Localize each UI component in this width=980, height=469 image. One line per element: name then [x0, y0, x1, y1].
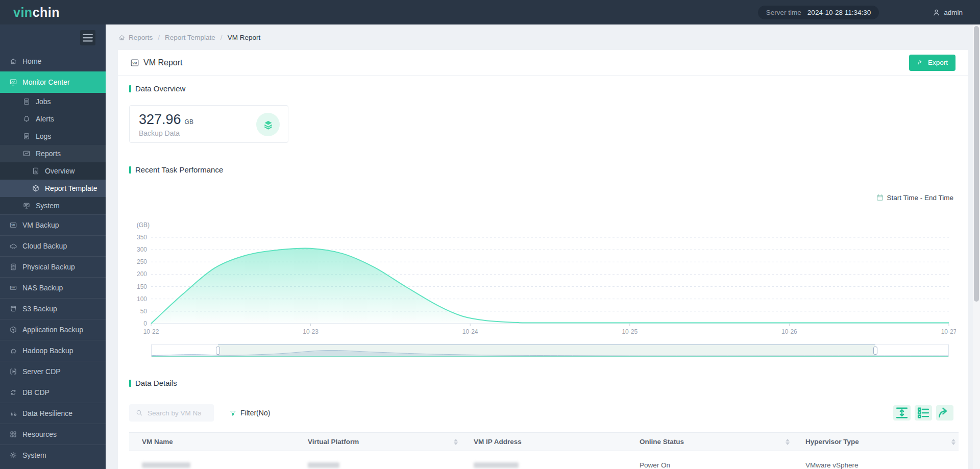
data-zoom-handle-left[interactable]	[216, 347, 220, 355]
system-icon	[9, 451, 17, 459]
logo-part-1: vin	[13, 5, 33, 19]
table-export-button[interactable]	[936, 405, 953, 421]
topbar: vinchin Server time 2024-10-28 11:34:30 …	[0, 0, 980, 24]
date-range-picker[interactable]: Start Time - End Time	[876, 193, 953, 202]
sidebar-item-s3-backup[interactable]: S3 Backup	[0, 298, 106, 319]
svg-text:VM: VM	[133, 61, 137, 64]
sidebar-item-hadoop-backup[interactable]: Hadoop Backup	[0, 340, 106, 361]
svg-text:10-24: 10-24	[462, 328, 478, 335]
sidebar-item-label: Cloud Backup	[22, 242, 67, 250]
server-time-value: 2024-10-28 11:34:30	[807, 9, 871, 16]
sidebar-item-physical-backup[interactable]: Physical Backup	[0, 256, 106, 277]
section-title-text: Recent Task Performance	[135, 165, 223, 174]
backup-data-value: 327.96	[139, 112, 181, 128]
export-button[interactable]: Export	[909, 55, 955, 71]
sidebar-collapse-row	[0, 24, 106, 51]
svg-text:100: 100	[137, 295, 147, 303]
sidebar-item-label: System	[36, 202, 60, 210]
sidebar-item-label: Monitor Center	[22, 78, 70, 86]
sidebar-item-application-backup[interactable]: Application Backup	[0, 319, 106, 340]
sidebar-item-jobs[interactable]: Jobs	[0, 93, 106, 110]
home-icon	[118, 34, 126, 41]
sidebar-item-monitor-center[interactable]: Monitor Center	[0, 71, 106, 93]
sort-caret-icon[interactable]	[951, 439, 955, 445]
sidebar-item-label: NAS Backup	[22, 284, 63, 292]
svg-text:(GB): (GB)	[137, 221, 150, 229]
table-header-hypervisor-type[interactable]: Hypervisor Type	[793, 433, 959, 451]
column-label: VM Name	[142, 438, 173, 446]
backup-data-area-chart: 050100150200250300350(GB)10-2210-2310-24…	[129, 219, 956, 338]
cell-vm-ip-address	[461, 451, 627, 469]
page-scrollbar	[973, 24, 980, 469]
jobs-icon	[22, 97, 31, 106]
column-settings-button[interactable]	[915, 405, 932, 421]
column-label: Virtual Platform	[308, 438, 359, 446]
table-row: Power OnVMware vSphere	[129, 451, 959, 469]
sidebar-item-server-cdp[interactable]: Server CDP	[0, 361, 106, 382]
svg-text:10-26: 10-26	[781, 328, 797, 335]
sidebar-item-label: Hadoop Backup	[22, 347, 74, 355]
sidebar-item-label: VM Backup	[22, 221, 59, 229]
chart-data-zoom-slider[interactable]	[151, 344, 949, 357]
sidebar-item-reports[interactable]: Reports	[0, 145, 106, 162]
user-menu[interactable]: admin	[932, 8, 966, 17]
sidebar-item-alerts[interactable]: Alerts	[0, 110, 106, 128]
panel-header: VM VM Report Export	[118, 50, 968, 76]
svg-text:300: 300	[137, 246, 147, 253]
search-box[interactable]	[129, 404, 214, 422]
server-time-pill: Server time 2024-10-28 11:34:30	[758, 6, 879, 19]
row-height-button[interactable]	[893, 405, 911, 421]
svg-text:50: 50	[140, 308, 148, 315]
scrollbar-thumb[interactable]	[974, 26, 979, 302]
sidebar-item-data-resilience[interactable]: Data Resilience	[0, 403, 106, 424]
monitor-center-icon	[9, 78, 17, 86]
svg-text:250: 250	[137, 258, 147, 265]
sidebar-item-label: Physical Backup	[22, 263, 75, 271]
sidebar-item-label: S3 Backup	[22, 305, 57, 313]
search-input[interactable]	[148, 409, 201, 417]
breadcrumb-report-template[interactable]: Report Template	[165, 34, 215, 41]
section-accent-bar	[129, 380, 131, 387]
table-header-virtual-platform[interactable]: Virtual Platform	[295, 433, 461, 451]
sidebar-item-db-cdp[interactable]: DB CDP	[0, 382, 106, 403]
server-time-label: Server time	[766, 9, 801, 16]
sidebar-item-label: Home	[22, 57, 41, 65]
sidebar-item-system[interactable]: System	[0, 197, 106, 214]
home-icon	[9, 57, 17, 65]
svg-text:0: 0	[143, 320, 147, 327]
data-zoom-handle-right[interactable]	[873, 347, 877, 355]
sidebar: HomeMonitor CenterJobsAlertsLogsReportsO…	[0, 24, 106, 469]
sidebar-item-label: DB CDP	[22, 388, 50, 397]
report-template-icon	[32, 184, 40, 192]
svg-text:350: 350	[137, 234, 147, 241]
section-data-details: Data Details	[129, 379, 177, 387]
sidebar-item-label: Server CDP	[22, 367, 61, 376]
breadcrumb-separator: /	[220, 34, 223, 41]
sidebar-item-overview[interactable]: Overview	[0, 162, 106, 180]
sidebar-item-label: Data Resilience	[22, 409, 72, 417]
sidebar-collapse-button[interactable]	[80, 30, 95, 45]
sidebar-item-resources[interactable]: Resources	[0, 424, 106, 445]
column-label: VM IP Address	[474, 438, 522, 446]
search-icon	[135, 409, 143, 417]
svg-text:NAS: NAS	[11, 287, 15, 289]
sidebar-item-vm-backup[interactable]: VMVM Backup	[0, 214, 106, 235]
sort-caret-icon[interactable]	[454, 439, 458, 445]
sidebar-item-nas-backup[interactable]: NASNAS Backup	[0, 277, 106, 298]
table-header-row: VM NameVirtual PlatformVM IP AddressOnli…	[129, 432, 959, 451]
svg-text:10-23: 10-23	[303, 328, 318, 335]
svg-text:VM: VM	[11, 224, 15, 227]
data-zoom-selection[interactable]	[218, 344, 875, 357]
sidebar-item-report-template[interactable]: Report Template	[0, 180, 106, 197]
sidebar-item-home[interactable]: Home	[0, 51, 106, 71]
sidebar-item-logs[interactable]: Logs	[0, 128, 106, 145]
svg-text:10-27: 10-27	[941, 328, 956, 335]
sidebar-item-system-settings[interactable]: System	[0, 445, 106, 465]
breadcrumb-reports[interactable]: Reports	[129, 34, 153, 41]
filter-button[interactable]: Filter(No)	[229, 409, 270, 417]
sidebar-item-cloud-backup[interactable]: Cloud Backup	[0, 235, 106, 256]
breadcrumb-vm-report: VM Report	[228, 34, 261, 41]
sort-caret-icon[interactable]	[786, 439, 790, 445]
table-header-online-status[interactable]: Online Status	[627, 433, 793, 451]
sidebar-item-label: Resources	[22, 430, 57, 438]
